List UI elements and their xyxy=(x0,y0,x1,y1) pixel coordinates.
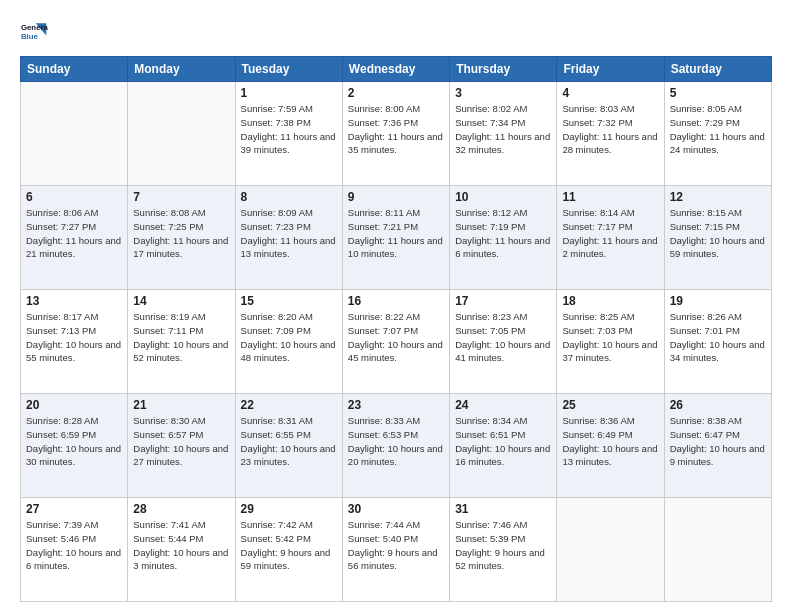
day-info: Sunrise: 8:20 AM Sunset: 7:09 PM Dayligh… xyxy=(241,310,337,365)
weekday-header: Friday xyxy=(557,57,664,82)
day-info: Sunrise: 8:02 AM Sunset: 7:34 PM Dayligh… xyxy=(455,102,551,157)
day-number: 27 xyxy=(26,502,122,516)
weekday-header: Tuesday xyxy=(235,57,342,82)
logo-icon: General Blue xyxy=(20,18,48,46)
calendar-cell: 1Sunrise: 7:59 AM Sunset: 7:38 PM Daylig… xyxy=(235,82,342,186)
calendar-cell xyxy=(557,498,664,602)
day-number: 29 xyxy=(241,502,337,516)
day-info: Sunrise: 8:08 AM Sunset: 7:25 PM Dayligh… xyxy=(133,206,229,261)
calendar-cell: 30Sunrise: 7:44 AM Sunset: 5:40 PM Dayli… xyxy=(342,498,449,602)
day-info: Sunrise: 8:14 AM Sunset: 7:17 PM Dayligh… xyxy=(562,206,658,261)
day-info: Sunrise: 7:59 AM Sunset: 7:38 PM Dayligh… xyxy=(241,102,337,157)
calendar-cell: 29Sunrise: 7:42 AM Sunset: 5:42 PM Dayli… xyxy=(235,498,342,602)
day-number: 20 xyxy=(26,398,122,412)
day-number: 17 xyxy=(455,294,551,308)
calendar-week-row: 13Sunrise: 8:17 AM Sunset: 7:13 PM Dayli… xyxy=(21,290,772,394)
day-info: Sunrise: 8:31 AM Sunset: 6:55 PM Dayligh… xyxy=(241,414,337,469)
weekday-header: Wednesday xyxy=(342,57,449,82)
weekday-header: Monday xyxy=(128,57,235,82)
calendar-cell: 16Sunrise: 8:22 AM Sunset: 7:07 PM Dayli… xyxy=(342,290,449,394)
day-number: 25 xyxy=(562,398,658,412)
day-number: 3 xyxy=(455,86,551,100)
day-number: 16 xyxy=(348,294,444,308)
calendar-cell: 18Sunrise: 8:25 AM Sunset: 7:03 PM Dayli… xyxy=(557,290,664,394)
calendar-cell: 20Sunrise: 8:28 AM Sunset: 6:59 PM Dayli… xyxy=(21,394,128,498)
day-number: 12 xyxy=(670,190,766,204)
day-info: Sunrise: 8:28 AM Sunset: 6:59 PM Dayligh… xyxy=(26,414,122,469)
weekday-header: Thursday xyxy=(450,57,557,82)
calendar-cell: 8Sunrise: 8:09 AM Sunset: 7:23 PM Daylig… xyxy=(235,186,342,290)
day-number: 28 xyxy=(133,502,229,516)
day-number: 15 xyxy=(241,294,337,308)
day-number: 1 xyxy=(241,86,337,100)
day-number: 11 xyxy=(562,190,658,204)
calendar-week-row: 1Sunrise: 7:59 AM Sunset: 7:38 PM Daylig… xyxy=(21,82,772,186)
day-number: 5 xyxy=(670,86,766,100)
header: General Blue xyxy=(20,18,772,46)
weekday-header: Saturday xyxy=(664,57,771,82)
svg-text:Blue: Blue xyxy=(21,32,39,41)
day-info: Sunrise: 8:34 AM Sunset: 6:51 PM Dayligh… xyxy=(455,414,551,469)
day-info: Sunrise: 8:00 AM Sunset: 7:36 PM Dayligh… xyxy=(348,102,444,157)
day-info: Sunrise: 8:23 AM Sunset: 7:05 PM Dayligh… xyxy=(455,310,551,365)
weekday-header: Sunday xyxy=(21,57,128,82)
svg-text:General: General xyxy=(21,23,48,32)
day-info: Sunrise: 8:38 AM Sunset: 6:47 PM Dayligh… xyxy=(670,414,766,469)
calendar-week-row: 20Sunrise: 8:28 AM Sunset: 6:59 PM Dayli… xyxy=(21,394,772,498)
calendar-table: SundayMondayTuesdayWednesdayThursdayFrid… xyxy=(20,56,772,602)
calendar-cell: 2Sunrise: 8:00 AM Sunset: 7:36 PM Daylig… xyxy=(342,82,449,186)
day-number: 8 xyxy=(241,190,337,204)
day-info: Sunrise: 8:30 AM Sunset: 6:57 PM Dayligh… xyxy=(133,414,229,469)
calendar-week-row: 6Sunrise: 8:06 AM Sunset: 7:27 PM Daylig… xyxy=(21,186,772,290)
calendar-header-row: SundayMondayTuesdayWednesdayThursdayFrid… xyxy=(21,57,772,82)
day-number: 10 xyxy=(455,190,551,204)
calendar-cell: 28Sunrise: 7:41 AM Sunset: 5:44 PM Dayli… xyxy=(128,498,235,602)
calendar-cell xyxy=(21,82,128,186)
day-number: 21 xyxy=(133,398,229,412)
logo: General Blue xyxy=(20,18,52,46)
day-info: Sunrise: 8:17 AM Sunset: 7:13 PM Dayligh… xyxy=(26,310,122,365)
calendar-week-row: 27Sunrise: 7:39 AM Sunset: 5:46 PM Dayli… xyxy=(21,498,772,602)
calendar-cell: 10Sunrise: 8:12 AM Sunset: 7:19 PM Dayli… xyxy=(450,186,557,290)
day-info: Sunrise: 7:39 AM Sunset: 5:46 PM Dayligh… xyxy=(26,518,122,573)
day-number: 26 xyxy=(670,398,766,412)
day-info: Sunrise: 7:41 AM Sunset: 5:44 PM Dayligh… xyxy=(133,518,229,573)
calendar-cell: 17Sunrise: 8:23 AM Sunset: 7:05 PM Dayli… xyxy=(450,290,557,394)
day-number: 7 xyxy=(133,190,229,204)
day-number: 23 xyxy=(348,398,444,412)
calendar-cell: 27Sunrise: 7:39 AM Sunset: 5:46 PM Dayli… xyxy=(21,498,128,602)
calendar-cell: 15Sunrise: 8:20 AM Sunset: 7:09 PM Dayli… xyxy=(235,290,342,394)
day-info: Sunrise: 8:15 AM Sunset: 7:15 PM Dayligh… xyxy=(670,206,766,261)
calendar-cell: 4Sunrise: 8:03 AM Sunset: 7:32 PM Daylig… xyxy=(557,82,664,186)
day-info: Sunrise: 8:25 AM Sunset: 7:03 PM Dayligh… xyxy=(562,310,658,365)
calendar-cell: 14Sunrise: 8:19 AM Sunset: 7:11 PM Dayli… xyxy=(128,290,235,394)
day-info: Sunrise: 8:05 AM Sunset: 7:29 PM Dayligh… xyxy=(670,102,766,157)
calendar-cell: 19Sunrise: 8:26 AM Sunset: 7:01 PM Dayli… xyxy=(664,290,771,394)
day-info: Sunrise: 7:46 AM Sunset: 5:39 PM Dayligh… xyxy=(455,518,551,573)
calendar-cell: 12Sunrise: 8:15 AM Sunset: 7:15 PM Dayli… xyxy=(664,186,771,290)
calendar-cell: 22Sunrise: 8:31 AM Sunset: 6:55 PM Dayli… xyxy=(235,394,342,498)
day-number: 13 xyxy=(26,294,122,308)
calendar-cell: 9Sunrise: 8:11 AM Sunset: 7:21 PM Daylig… xyxy=(342,186,449,290)
day-number: 22 xyxy=(241,398,337,412)
day-info: Sunrise: 8:09 AM Sunset: 7:23 PM Dayligh… xyxy=(241,206,337,261)
day-number: 18 xyxy=(562,294,658,308)
calendar-cell: 26Sunrise: 8:38 AM Sunset: 6:47 PM Dayli… xyxy=(664,394,771,498)
calendar-cell: 13Sunrise: 8:17 AM Sunset: 7:13 PM Dayli… xyxy=(21,290,128,394)
day-number: 2 xyxy=(348,86,444,100)
page: General Blue SundayMondayTuesdayWednesda… xyxy=(0,0,792,612)
calendar-cell: 3Sunrise: 8:02 AM Sunset: 7:34 PM Daylig… xyxy=(450,82,557,186)
calendar-cell: 21Sunrise: 8:30 AM Sunset: 6:57 PM Dayli… xyxy=(128,394,235,498)
day-info: Sunrise: 8:26 AM Sunset: 7:01 PM Dayligh… xyxy=(670,310,766,365)
day-info: Sunrise: 7:44 AM Sunset: 5:40 PM Dayligh… xyxy=(348,518,444,573)
calendar-cell xyxy=(664,498,771,602)
day-info: Sunrise: 8:36 AM Sunset: 6:49 PM Dayligh… xyxy=(562,414,658,469)
day-info: Sunrise: 8:19 AM Sunset: 7:11 PM Dayligh… xyxy=(133,310,229,365)
day-info: Sunrise: 7:42 AM Sunset: 5:42 PM Dayligh… xyxy=(241,518,337,573)
day-number: 19 xyxy=(670,294,766,308)
day-info: Sunrise: 8:22 AM Sunset: 7:07 PM Dayligh… xyxy=(348,310,444,365)
calendar-cell: 7Sunrise: 8:08 AM Sunset: 7:25 PM Daylig… xyxy=(128,186,235,290)
day-info: Sunrise: 8:11 AM Sunset: 7:21 PM Dayligh… xyxy=(348,206,444,261)
calendar-cell: 24Sunrise: 8:34 AM Sunset: 6:51 PM Dayli… xyxy=(450,394,557,498)
day-number: 31 xyxy=(455,502,551,516)
